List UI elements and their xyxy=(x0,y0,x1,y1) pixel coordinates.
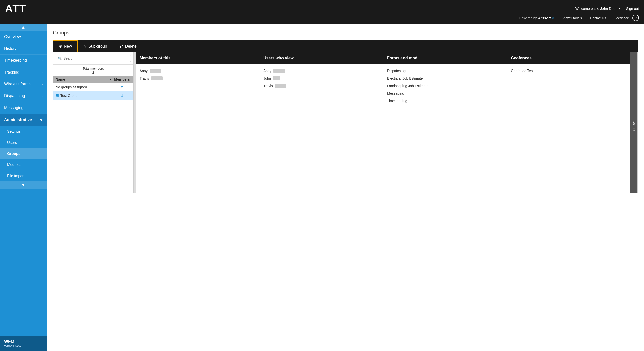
sidebar-item-label: Tracking xyxy=(4,70,19,75)
chevron-right-icon: › xyxy=(42,82,43,86)
sidebar-subitem-modules[interactable]: Modules xyxy=(0,159,47,170)
sidebar-item-dispatching[interactable]: Dispatching › xyxy=(0,90,47,102)
whats-new-link[interactable]: What's New xyxy=(4,344,43,348)
delete-icon: 🗑 xyxy=(119,44,123,49)
sidebar-subitem-label: Settings xyxy=(7,129,21,133)
list-item: Messaging xyxy=(387,90,503,97)
sidebar-scroll-down[interactable]: ▼ xyxy=(0,181,47,189)
scroll-handle-label: SHOW xyxy=(632,121,635,131)
feedback-link[interactable]: Feedback xyxy=(614,16,629,20)
list-item: Anny xyxy=(263,67,379,75)
sidebar-subitem-label: File import xyxy=(7,173,25,178)
sidebar-subitem-file-import[interactable]: File import xyxy=(0,170,47,181)
subgroup-button[interactable]: ⑂ Sub-group xyxy=(78,41,113,52)
table-row[interactable]: No groups assigned 2 xyxy=(53,83,133,91)
panel-body-geofences: Geofence Test xyxy=(507,64,630,193)
avatar xyxy=(273,69,285,73)
chevron-down-icon: ▾ xyxy=(619,7,620,10)
delete-button[interactable]: 🗑 Delete xyxy=(113,41,143,52)
sidebar-section-label: Administrative xyxy=(4,118,32,122)
total-members-header: Total members 3 xyxy=(53,65,133,76)
total-label: Total members xyxy=(54,67,132,71)
sidebar-item-label: Timekeeping xyxy=(4,58,27,63)
col-members-header: Members xyxy=(113,77,131,81)
list-item: Geofence Test xyxy=(511,67,626,75)
list-item: Dispatching xyxy=(387,67,503,75)
powered-by: Powered by Actsoft ® xyxy=(519,16,554,20)
sidebar-item-timekeeping[interactable]: Timekeeping › xyxy=(0,55,47,66)
sidebar-subitem-users[interactable]: Users xyxy=(0,137,47,148)
sidebar-scroll-up[interactable]: ▲ xyxy=(0,24,47,31)
panel-viewers: Users who view... Anny John Travis xyxy=(259,52,383,193)
groups-left-panel: 🔍 Total members 3 Name ▲ Members No grou… xyxy=(53,52,134,193)
subgroup-label: Sub-group xyxy=(88,44,107,49)
help-icon[interactable]: ? xyxy=(632,15,639,21)
chevron-right-icon: › xyxy=(42,71,43,74)
sidebar-item-tracking[interactable]: Tracking › xyxy=(0,66,47,78)
panel-header-geofences: Geofences xyxy=(507,52,630,64)
sidebar-subitem-groups[interactable]: Groups xyxy=(0,148,47,159)
list-item: Travis xyxy=(140,75,255,82)
main-layout: ▲ Overview History › Timekeeping › Track… xyxy=(0,24,644,351)
sidebar-subitem-settings[interactable]: Settings xyxy=(0,126,47,137)
sidebar: ▲ Overview History › Timekeeping › Track… xyxy=(0,24,47,351)
welcome-user[interactable]: Welcome back, John Doe xyxy=(575,7,615,11)
panel-header-viewers: Users who view... xyxy=(259,52,383,64)
list-item: John xyxy=(263,75,379,82)
app-logo: ATT xyxy=(5,3,26,15)
table-row[interactable]: ⊞ Test Group 1 xyxy=(53,91,133,100)
panel-body-viewers: Anny John Travis xyxy=(259,64,383,193)
avatar xyxy=(273,76,280,80)
sidebar-subitem-label: Groups xyxy=(7,151,20,156)
sign-out-link[interactable]: Sign out xyxy=(626,7,639,11)
new-label: New xyxy=(64,44,72,49)
actsoft-logo: Actsoft xyxy=(538,16,551,20)
group-members-count: 2 xyxy=(113,85,131,89)
table-header: Name ▲ Members xyxy=(53,76,133,83)
panel-body-forms: Dispatching Electrical Job Estimate Land… xyxy=(383,64,507,193)
list-item: Electrical Job Estimate xyxy=(387,75,503,82)
header-bottom: Powered by Actsoft ® | View tutorials | … xyxy=(5,15,639,24)
right-panels: Members of this... Anny Travis xyxy=(136,52,630,193)
view-tutorials-link[interactable]: View tutorials xyxy=(562,16,582,20)
total-count: 3 xyxy=(54,71,132,75)
header: ATT Welcome back, John Doe ▾ | Sign out … xyxy=(0,0,644,24)
avatar xyxy=(150,69,161,73)
contact-us-link[interactable]: Contact us xyxy=(590,16,606,20)
list-item: Landscaping Job Estimate xyxy=(387,82,503,90)
sidebar-item-history[interactable]: History › xyxy=(0,43,47,55)
panel-divider xyxy=(134,52,136,193)
sidebar-item-overview[interactable]: Overview xyxy=(0,31,47,43)
avatar xyxy=(151,76,163,80)
list-item: Travis xyxy=(263,82,379,90)
sidebar-item-label: Wireless forms xyxy=(4,82,31,86)
list-item: Anny xyxy=(140,67,255,75)
panel-geofences: Geofences Geofence Test xyxy=(507,52,630,193)
search-input[interactable] xyxy=(63,56,129,60)
sidebar-subitem-label: Modules xyxy=(7,162,21,167)
chevron-right-icon: › xyxy=(42,59,43,62)
sidebar-subitem-label: Users xyxy=(7,140,17,145)
subgroup-icon: ⑂ xyxy=(84,44,87,49)
panel-header-forms: Forms and mod... xyxy=(383,52,507,64)
sidebar-footer: WFM What's New xyxy=(0,336,47,351)
sidebar-item-label: Overview xyxy=(4,34,21,39)
new-icon: ⊕ xyxy=(59,44,62,49)
plus-icon: ⊞ xyxy=(56,93,59,98)
chevron-right-icon: › xyxy=(42,47,43,51)
col-name-header: Name xyxy=(56,77,108,81)
sidebar-item-label: Messaging xyxy=(4,106,23,110)
sidebar-administrative-header[interactable]: Administrative ∨ xyxy=(0,114,47,126)
search-icon: 🔍 xyxy=(58,57,62,60)
page-title: Groups xyxy=(53,30,638,36)
sidebar-item-label: History xyxy=(4,46,17,51)
scroll-handle[interactable]: ← SHOW xyxy=(630,52,637,193)
sidebar-item-wireless-forms[interactable]: Wireless forms › xyxy=(0,78,47,90)
group-name: ⊞ Test Group xyxy=(56,93,113,98)
chevron-right-icon: › xyxy=(42,94,43,98)
sidebar-item-messaging[interactable]: Messaging xyxy=(0,102,47,114)
panel-forms: Forms and mod... Dispatching Electrical … xyxy=(383,52,507,193)
sidebar-item-label: Dispatching xyxy=(4,94,25,98)
new-button[interactable]: ⊕ New xyxy=(53,40,78,52)
content-area: Groups ⊕ New ⑂ Sub-group 🗑 Delete � xyxy=(47,24,644,351)
